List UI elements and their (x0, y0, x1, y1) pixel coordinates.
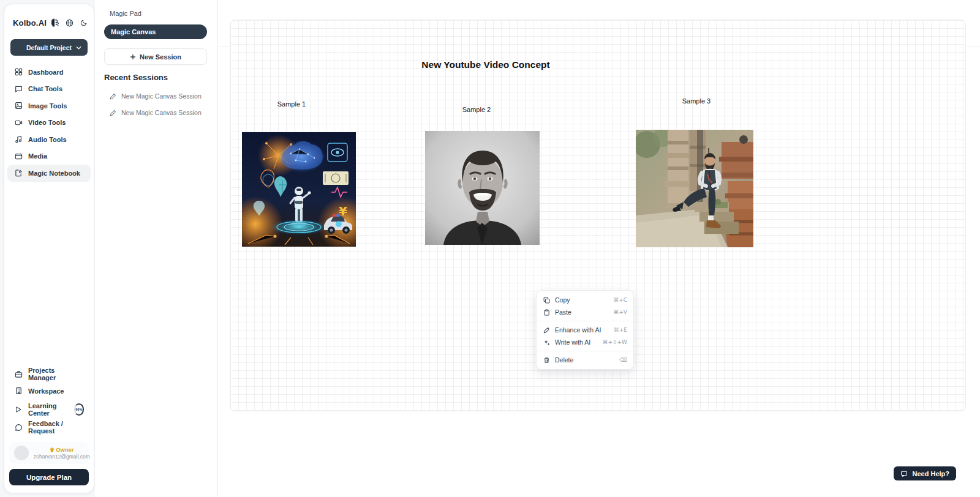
sidebar-item-dashboard[interactable]: Dashboard (7, 64, 91, 81)
session-list-item[interactable]: New Magic Canvas Session (110, 92, 202, 100)
menu-divider (537, 321, 633, 321)
shortcut-label: ⌘+⇧+W (602, 339, 627, 345)
pencil-icon (110, 110, 116, 116)
trash-icon (543, 356, 550, 364)
sidebar-item-learning-center[interactable]: Learning Center 66% (7, 400, 91, 419)
language-globe-icon[interactable] (66, 19, 74, 27)
context-menu: Copy ⌘+C Paste ⌘+V Enhance with AI ⌘+E W… (536, 290, 634, 370)
context-menu-item-paste[interactable]: Paste ⌘+V (537, 306, 633, 318)
sidebar-item-label: Workspace (28, 387, 64, 395)
briefcase-icon (14, 370, 23, 378)
sparkles-icon (543, 338, 550, 346)
canvas-image-stone-steps[interactable] (636, 130, 753, 247)
feedback-bubble-icon (14, 423, 23, 432)
context-menu-item-enhance-with-ai[interactable]: Enhance with AI ⌘+E (537, 324, 633, 336)
sidebar-item-label: Learning Center (28, 402, 69, 417)
sidebar-item-label: Magic Notebook (28, 170, 80, 177)
canvas-title-text[interactable]: New Youtube Video Concept (409, 59, 562, 70)
image-icon (14, 102, 23, 110)
pencil-icon (110, 93, 116, 100)
chevron-down-icon (76, 46, 81, 50)
sidebar-item-label: Media (28, 152, 47, 160)
copy-icon (543, 296, 550, 304)
sample-label-1[interactable]: Sample 1 (267, 100, 316, 108)
media-folder-icon (14, 152, 23, 160)
new-session-button[interactable]: New Session (104, 48, 207, 65)
menu-divider (537, 351, 633, 351)
sidebar-item-label: Image Tools (28, 102, 67, 110)
dark-mode-moon-icon[interactable] (80, 19, 88, 26)
sidebar-item-label: Dashboard (28, 69, 63, 76)
sample-label-3[interactable]: Sample 3 (672, 97, 721, 105)
brain-logo-icon (50, 18, 60, 28)
project-selector[interactable]: Default Project (10, 39, 88, 56)
plus-icon (130, 54, 136, 60)
sample-label-2[interactable]: Sample 2 (452, 106, 501, 113)
video-camera-icon (14, 118, 23, 127)
sidebar: Kolbo.AI Default Project Dashboard Chat … (4, 4, 94, 493)
play-icon (14, 405, 23, 414)
session-list-item[interactable]: New Magic Canvas Session (110, 109, 202, 116)
owner-badge: ♛Owner (50, 446, 74, 453)
sidebar-item-label: Projects Manager (28, 367, 84, 381)
sidebar-item-chat-tools[interactable]: Chat Tools (7, 81, 91, 98)
sidebar-item-workspace[interactable]: Workspace (7, 383, 91, 400)
sidebar-item-label: Audio Tools (28, 136, 67, 143)
context-menu-item-write-with-ai[interactable]: Write with AI ⌘+⇧+W (537, 336, 633, 348)
sidebar-item-label: Chat Tools (28, 85, 62, 92)
session-panel: Magic Pad Magic Canvas New Session Recen… (95, 0, 217, 497)
sidebar-item-image-tools[interactable]: Image Tools (7, 97, 91, 114)
shortcut-label: ⌫ (619, 357, 627, 363)
sidebar-item-projects-manager[interactable]: Projects Manager (7, 366, 91, 383)
sidebar-item-video-tools[interactable]: Video Tools (7, 114, 91, 132)
sidebar-item-label: Feedback / Request (28, 420, 84, 435)
canvas-image-portrait[interactable] (425, 131, 540, 245)
canvas-image-ai-collage[interactable]: ¥ (242, 132, 356, 247)
recent-sessions-heading: Recent Sessions (104, 73, 168, 82)
sidebar-item-media[interactable]: Media (7, 148, 91, 165)
avatar (14, 446, 29, 460)
clipboard-icon (543, 308, 550, 316)
main-area: Magic Canvas T H 100% Export New Youtube… (218, 0, 980, 497)
shortcut-label: ⌘+V (613, 309, 627, 315)
sidebar-item-feedback[interactable]: Feedback / Request (7, 419, 91, 436)
project-selector-label: Default Project (26, 44, 72, 51)
context-menu-item-delete[interactable]: Delete ⌫ (537, 354, 633, 366)
dashboard-icon (14, 68, 23, 77)
sidebar-item-label: Video Tools (28, 119, 66, 126)
sidebar-item-magic-notebook[interactable]: Magic Notebook (7, 165, 91, 182)
help-chat-icon (900, 470, 908, 477)
shortcut-label: ⌘+C (613, 297, 627, 303)
music-note-icon (14, 135, 23, 144)
notebook-pen-icon (14, 169, 23, 177)
chat-bubble-icon (14, 84, 23, 93)
canvas-grid[interactable]: New Youtube Video Concept Sample 1 Sampl… (230, 20, 966, 411)
sidebar-bottom: Projects Manager Workspace Learning Cent… (7, 366, 91, 486)
learning-progress-badge: 66% (74, 403, 84, 416)
magic-pen-icon (543, 326, 550, 334)
tab-magic-canvas[interactable]: Magic Canvas (104, 24, 207, 39)
tab-magic-pad[interactable]: Magic Pad (110, 10, 141, 17)
brand-logo: Kolbo.AI (13, 18, 47, 28)
need-help-button[interactable]: Need Help? (894, 466, 956, 480)
context-menu-item-copy[interactable]: Copy ⌘+C (537, 294, 633, 306)
sidebar-nav: Dashboard Chat Tools Image Tools Video T… (7, 64, 91, 182)
logo-row: Kolbo.AI (13, 17, 88, 29)
shortcut-label: ⌘+E (614, 327, 627, 333)
sidebar-item-audio-tools[interactable]: Audio Tools (7, 131, 91, 148)
crown-icon: ♛ (50, 447, 55, 453)
user-account-card[interactable]: ♛Owner zoharvan12@gmail.com ⌃ (9, 442, 89, 464)
user-email: zoharvan12@gmail.com (34, 454, 90, 460)
upgrade-plan-button[interactable]: Upgrade Plan (9, 469, 89, 485)
building-icon (14, 387, 23, 395)
